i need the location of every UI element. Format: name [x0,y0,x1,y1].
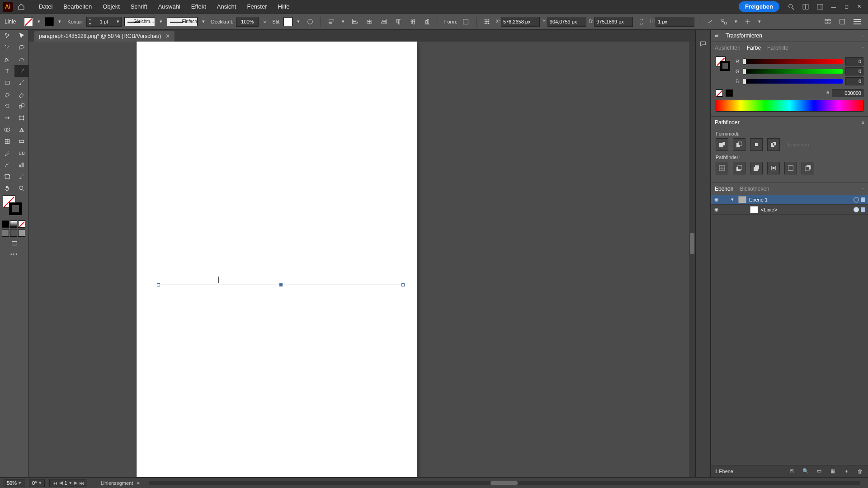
stroke-dropdown[interactable]: ▾ [57,17,63,26]
b-slider[interactable] [743,79,843,84]
blend-tool[interactable] [14,147,29,159]
arrange-documents-icon[interactable] [800,1,811,13]
layers-tab[interactable]: Ebenen [715,186,733,192]
direct-selection-tool[interactable] [14,30,29,42]
align-panel-dropdown[interactable]: ▾ [340,17,346,26]
pf-divide-button[interactable] [716,162,728,174]
horizontal-scrollbar[interactable] [149,481,860,485]
document-tab-close-icon[interactable]: ✕ [165,33,170,39]
b-slider-knob[interactable] [743,78,746,84]
vertical-scrollbar-thumb[interactable] [690,233,694,254]
fill-stroke-indicator[interactable] [0,194,28,220]
search-icon[interactable] [785,1,797,13]
pf-crop-button[interactable] [767,162,780,174]
h-input[interactable] [656,17,694,27]
r-slider[interactable] [743,59,843,64]
artboard-nav-field[interactable]: ⏮ ◀ 1 ▾ ▶ ⏭ [49,479,87,487]
artboard-first-icon[interactable]: ⏮ [52,480,57,486]
g-slider[interactable] [743,69,843,74]
canvas[interactable] [29,42,695,477]
object-target-icon[interactable] [854,207,859,212]
x-input[interactable] [501,17,540,27]
magic-wand-tool[interactable] [0,42,14,53]
layers-export-icon[interactable]: ⇱ [788,467,797,476]
pathfinder-tab[interactable]: Pathfinder [715,119,740,126]
layer-expand-toggle[interactable]: ▾ [731,197,738,202]
align-bottom-icon[interactable] [421,16,433,28]
status-flyout-icon[interactable]: ▸ [137,480,140,486]
transform-panel-icon[interactable] [742,16,754,28]
pen-tool[interactable] [0,53,14,65]
lasso-tool[interactable] [14,42,29,53]
color-blackwhite-swatch[interactable] [726,89,733,97]
curvature-tool[interactable] [14,53,29,65]
r-slider-knob[interactable] [743,58,746,65]
color-none-swatch[interactable] [716,89,723,97]
layers-panel-menu-icon[interactable]: ≡ [862,186,864,192]
stroke-weight-field[interactable]: ▴▾ ▾ [86,17,122,27]
selection-handle-center[interactable] [279,283,283,286]
graphic-style-dropdown[interactable]: ▾ [295,17,302,26]
eraser-tool[interactable] [14,89,29,100]
menu-objekt[interactable]: Objekt [97,0,125,13]
horizontal-scrollbar-thumb[interactable] [491,481,518,485]
hex-input[interactable] [832,89,863,97]
mesh-tool[interactable] [0,136,14,147]
selection-handle-left[interactable] [157,283,160,286]
menu-datei[interactable]: Datei [33,0,58,13]
menu-effekt[interactable]: Effekt [186,0,212,13]
r-value-input[interactable] [845,57,863,66]
scale-tool[interactable] [14,100,29,112]
pf-exclude-button[interactable] [767,138,780,151]
layers-clip-mask-icon[interactable]: ▭ [815,467,824,476]
layers-new-sublayer-icon[interactable]: ▦ [828,467,837,476]
brush-definition-dropdown[interactable]: ▾ [200,17,207,26]
shaper-tool[interactable] [0,89,14,100]
column-graph-tool[interactable] [14,159,29,171]
color-spectrum[interactable] [716,100,863,112]
line-segment-tool[interactable] [14,65,29,77]
edit-toolbar-button[interactable]: ••• [0,249,28,258]
paintbrush-tool[interactable] [14,77,29,89]
layer-target-icon[interactable] [854,197,859,202]
libraries-tab[interactable]: Bibliotheken [740,186,769,192]
transform-link-icon[interactable]: ⇄ [715,33,718,38]
width-tool[interactable] [0,112,14,124]
home-button[interactable] [15,2,27,12]
draw-inside[interactable] [18,230,25,237]
free-transform-tool[interactable] [14,112,29,124]
pathfinder-panel-menu-icon[interactable]: ≡ [862,120,864,125]
artboard-tool[interactable] [0,171,14,183]
type-tool[interactable] [0,65,14,77]
color-panel-menu-icon[interactable]: ≡ [862,45,864,51]
align-tab[interactable]: Ausrichten [715,45,741,51]
layers-locate-icon[interactable]: 🔍 [801,467,810,476]
rotate-view-field[interactable]: 0°▾ [29,479,45,487]
hand-tool[interactable] [0,183,14,194]
edit-similar-icon[interactable] [718,16,730,28]
transform-panel-dropdown[interactable]: ▾ [756,17,763,26]
stroke-weight-input[interactable] [93,19,115,24]
share-button[interactable]: Freigeben [739,1,779,12]
arrange-icon[interactable] [836,16,848,28]
align-right-icon[interactable] [378,16,390,28]
layer-row-ebene-1[interactable]: ◉ ▾ Ebene 1 [711,195,868,205]
g-value-input[interactable] [845,67,863,75]
graphic-style-swatch[interactable] [283,17,292,26]
recolor-artwork-icon[interactable] [304,16,316,28]
color-tab[interactable]: Farbe [747,45,761,51]
zoom-field[interactable]: 50%▾ [4,479,24,487]
shape-builder-tool[interactable] [0,124,14,136]
eyedropper-tool[interactable] [0,147,14,159]
variable-width-profile-dropdown[interactable]: ▾ [158,17,164,26]
essentials-icon[interactable] [822,16,834,28]
menu-bearbeiten[interactable]: Bearbeiten [58,0,97,13]
transform-panel-menu-icon[interactable]: ≡ [862,33,864,38]
layers-delete-icon[interactable]: 🗑 [855,467,864,476]
menu-auswahl[interactable]: Auswahl [153,0,186,13]
pf-minus-front-button[interactable] [733,138,745,151]
edit-similar-dropdown[interactable]: ▾ [733,17,739,26]
artboard-prev-icon[interactable]: ◀ [59,480,63,486]
slice-tool[interactable] [14,171,29,183]
colorguide-tab[interactable]: Farbhilfe [767,45,788,51]
